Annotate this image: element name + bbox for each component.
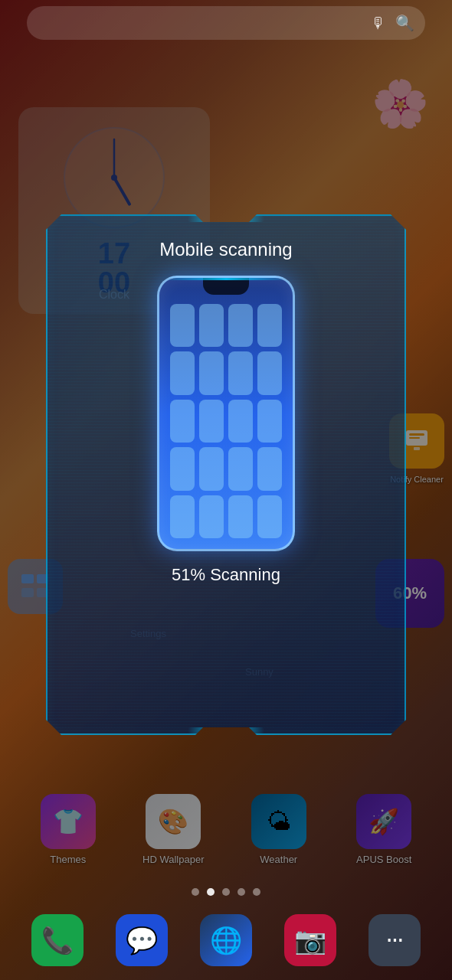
page-dot-2[interactable]	[207, 888, 215, 896]
phone-mockup	[157, 276, 295, 551]
phone-app-8	[257, 351, 282, 394]
phone-app-2	[199, 304, 224, 347]
phone-app-16	[257, 447, 282, 490]
phone-app-13	[170, 447, 195, 490]
dock-app-drawer[interactable]: ⋯	[368, 914, 421, 966]
phone-app-20	[257, 495, 282, 538]
status-bar: 🎙 🔍	[0, 0, 452, 46]
phone-app-12	[257, 400, 282, 443]
phone-app-9	[170, 400, 195, 443]
phone-app-4	[257, 304, 282, 347]
phone-screen-grid	[167, 301, 285, 541]
page-dot-5[interactable]	[253, 888, 260, 896]
phone-app-11	[228, 400, 253, 443]
scan-modal: Mobile scanning	[46, 214, 406, 735]
scan-animation-line	[159, 278, 293, 280]
phone-app-1	[170, 304, 195, 347]
search-bar[interactable]: 🎙 🔍	[27, 6, 425, 40]
phone-app-3	[228, 304, 253, 347]
phone-app-6	[199, 351, 224, 394]
dock-messages[interactable]: 💬	[116, 914, 168, 966]
phone-app-17	[170, 495, 195, 538]
phone-app-10	[199, 400, 224, 443]
page-dot-1[interactable]	[192, 888, 199, 896]
phone-app-7	[228, 351, 253, 394]
phone-app-5	[170, 351, 195, 394]
page-indicators	[0, 888, 452, 896]
phone-app-19	[228, 495, 253, 538]
phone-app-14	[199, 447, 224, 490]
microphone-icon[interactable]: 🎙	[371, 15, 386, 32]
page-dot-4[interactable]	[237, 888, 245, 896]
scan-percentage-text: 51% Scanning	[172, 565, 280, 585]
search-icon[interactable]: 🔍	[395, 14, 414, 32]
dock: 📞 💬 🌐 📷 ⋯	[0, 914, 452, 966]
scan-title: Mobile scanning	[159, 239, 292, 260]
dock-browser[interactable]: 🌐	[200, 914, 252, 966]
phone-notch	[203, 278, 249, 295]
phone-app-15	[228, 447, 253, 490]
dock-phone[interactable]: 📞	[31, 914, 84, 966]
dock-camera[interactable]: 📷	[284, 914, 336, 966]
page-dot-3[interactable]	[222, 888, 230, 896]
phone-app-18	[199, 495, 224, 538]
